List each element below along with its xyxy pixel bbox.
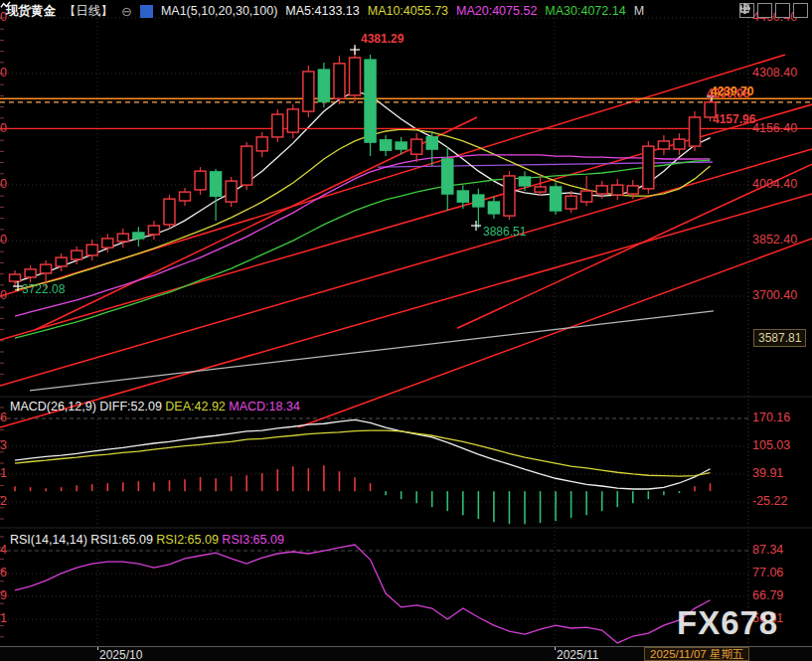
price-marker-label: 3722.08 xyxy=(22,282,65,296)
candle xyxy=(566,196,576,209)
candle xyxy=(426,137,437,149)
symbol-name: 现货黄金 xyxy=(6,3,56,20)
candle xyxy=(318,70,329,101)
axis-label: 4156.40 xyxy=(752,121,797,135)
rsi-line xyxy=(15,545,711,643)
rsi-header: RSI(14,14,14) RSI1:65.09 RSI2:65.09 RSI3… xyxy=(10,533,284,547)
axis-label: 3852.40 xyxy=(752,233,797,247)
candle xyxy=(334,64,345,98)
candle xyxy=(148,226,159,235)
candle xyxy=(86,245,97,255)
trading-chart-window: 现货黄金 【日线】 ⊖ MA1(5,10,20,30,100) MA5:4133… xyxy=(0,0,812,661)
axis-label: 39.91 xyxy=(752,466,783,480)
collapse-icon[interactable]: ⊖ xyxy=(121,4,132,19)
chart-toolbar xyxy=(739,3,808,18)
time-axis: 2025/10 2025/11 2025/11/07 星期五 xyxy=(0,646,812,661)
candle xyxy=(303,72,314,111)
rsi2-label: RSI2:65.09 xyxy=(156,533,219,547)
candle xyxy=(519,177,530,186)
candle xyxy=(72,250,82,259)
candle xyxy=(256,137,267,151)
axis-label: -25.22 xyxy=(752,494,787,508)
axis-label-stub: 6 xyxy=(0,411,9,424)
candle xyxy=(102,239,113,248)
candle xyxy=(643,146,654,189)
candle xyxy=(457,191,468,202)
candle xyxy=(349,58,360,95)
price-marker-label: 4239.70 xyxy=(711,84,753,98)
candle xyxy=(612,185,623,195)
chart-canvas[interactable] xyxy=(0,0,812,661)
axis-label-stub: 0 xyxy=(0,66,9,80)
ma-settings-label: MA1(5,10,20,30,100) xyxy=(161,4,277,18)
playback-icon[interactable] xyxy=(775,3,790,18)
ma-value-label: MA5:4133.13 xyxy=(285,4,359,18)
price-marker-label: 3886.51 xyxy=(483,225,526,239)
axis-label-stub: 0 xyxy=(0,288,9,302)
axis-label-stub: 1 xyxy=(0,611,9,625)
candle xyxy=(272,114,283,137)
axis-label: 4308.40 xyxy=(752,66,797,80)
price-level-box: 3587.81 xyxy=(753,329,806,347)
axis-label: 105.03 xyxy=(752,438,790,452)
ma-value-label: M xyxy=(634,4,644,18)
candle xyxy=(596,186,607,194)
axis-label-stub: 2 xyxy=(0,494,9,508)
candle xyxy=(551,187,562,211)
ma-value-label: MA20:4075.52 xyxy=(456,4,537,18)
axis-label-stub: 0 xyxy=(0,177,9,191)
candle xyxy=(411,139,422,154)
candle xyxy=(41,264,52,273)
candle xyxy=(442,159,453,194)
macd-dea-label: DEA:42.92 xyxy=(165,400,225,413)
axis-label: 66.79 xyxy=(752,588,783,602)
candle xyxy=(504,176,515,216)
candle xyxy=(133,233,144,239)
rsi1-label: RSI(14,14,14) RSI1:65.09 xyxy=(10,533,153,547)
time-tick xyxy=(97,647,98,650)
price-marker-label: 4381.29 xyxy=(361,32,404,46)
candle xyxy=(689,117,700,146)
axis-label: 87.34 xyxy=(752,543,783,557)
axis-scale-icon[interactable] xyxy=(757,3,772,18)
price-marker-label: 4157.96 xyxy=(713,112,755,126)
candle xyxy=(10,274,21,281)
candle xyxy=(381,140,392,150)
candle xyxy=(658,141,669,149)
axis-label-stub: 0 xyxy=(0,121,9,135)
candle xyxy=(396,142,406,149)
candle xyxy=(581,191,592,202)
macd-header: MACD(26,12,9) DIFF:52.09 DEA:42.92 MACD:… xyxy=(10,400,300,413)
candle xyxy=(473,195,484,207)
exit-view-icon[interactable] xyxy=(793,3,808,18)
candle xyxy=(674,139,685,149)
candle xyxy=(195,171,206,190)
candle xyxy=(488,202,499,214)
ma-value-label: MA30:4072.14 xyxy=(545,4,625,18)
macd-diff-label: MACD(26,12,9) DIFF:52.09 xyxy=(10,400,162,413)
ma-values: MA5:4133.13MA10:4055.73MA20:4075.52MA30:… xyxy=(285,4,652,18)
candle xyxy=(179,192,190,201)
macd-dea-line xyxy=(15,430,711,476)
candle xyxy=(56,257,67,266)
axis-label-stub: 0 xyxy=(0,233,9,247)
axis-label-stub: 3 xyxy=(0,438,9,452)
chart-header: 现货黄金 【日线】 ⊖ MA1(5,10,20,30,100) MA5:4133… xyxy=(0,0,652,22)
axis-label: 3700.40 xyxy=(752,288,797,302)
axis-label-stub: 4 xyxy=(0,543,9,557)
axis-label: 77.06 xyxy=(752,566,783,579)
candle xyxy=(287,109,298,132)
month-label-nov: 2025/11 xyxy=(557,648,599,661)
candle xyxy=(535,187,546,192)
candle xyxy=(226,181,237,202)
axis-label-stub: 9 xyxy=(0,588,9,602)
candle xyxy=(242,146,252,185)
current-date-label[interactable]: 2025/11/07 星期五 xyxy=(644,647,749,661)
axis-label-stub: 1 xyxy=(0,466,9,480)
ma-value-label: MA10:4055.73 xyxy=(368,4,448,18)
ma100-gray-line xyxy=(30,311,714,391)
rsi3-label: RSI3:65.09 xyxy=(222,533,284,547)
candle-chart-icon[interactable] xyxy=(140,5,153,18)
timeframe-label[interactable]: 【日线】 xyxy=(64,3,113,20)
macd-value-label: MACD:18.34 xyxy=(229,400,300,413)
